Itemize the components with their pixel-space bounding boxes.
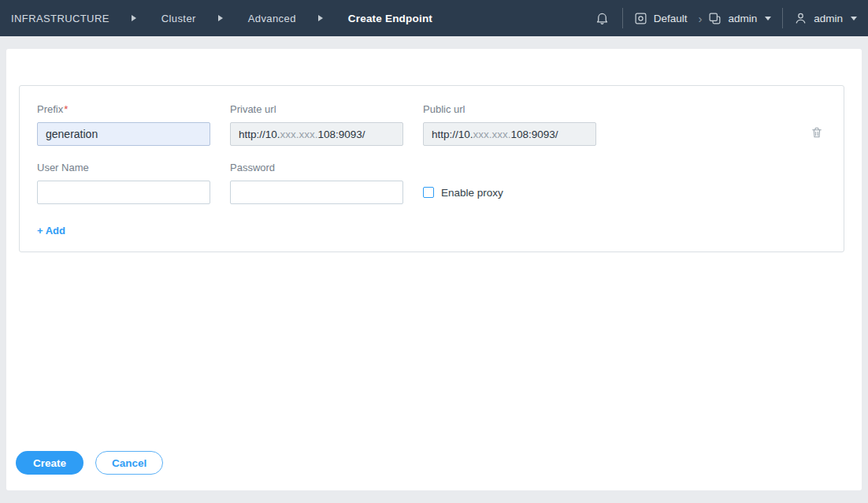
scope-icon: [634, 12, 647, 25]
prefix-input[interactable]: [37, 122, 210, 146]
prefix-label: Prefix*: [37, 103, 210, 115]
private-url-text: http://10.: [239, 129, 280, 140]
public-url-text: http://10.: [432, 129, 473, 140]
breadcrumb-arrow-icon: [132, 15, 136, 21]
enable-proxy-label: Enable proxy: [441, 187, 503, 199]
form-row-credentials: User Name Password Enable proxy: [37, 162, 826, 204]
user-name-label: User Name: [37, 162, 210, 173]
public-url-text: 108:9093/: [511, 129, 558, 140]
top-nav-bar: INFRASTRUCTURE Cluster Advanced Create E…: [0, 0, 868, 36]
breadcrumb-arrow-icon: [218, 15, 223, 21]
public-url-field-group: Public url http://10.xxx.xxx.108:9093/: [423, 103, 596, 146]
form-row-urls: Prefix* Private url http://10.xxx.xxx.10…: [37, 103, 826, 146]
header-divider: [622, 8, 623, 28]
user-name-field-group: User Name: [37, 162, 210, 204]
chevron-down-icon: [851, 17, 857, 20]
user-menu[interactable]: admin: [794, 11, 857, 25]
private-url-text: 108:9093/: [318, 129, 365, 140]
breadcrumb-advanced[interactable]: Advanced: [248, 13, 296, 24]
prefix-field-group: Prefix*: [37, 103, 210, 146]
scope-chevron-icon: ›: [698, 12, 702, 25]
user-label: admin: [814, 13, 843, 24]
header-divider: [782, 8, 783, 28]
scope-label: Default: [654, 13, 688, 24]
breadcrumb-create-endpoint: Create Endpoint: [348, 13, 432, 24]
public-url-label: Public url: [423, 103, 596, 115]
breadcrumb-cluster[interactable]: Cluster: [161, 13, 196, 24]
enable-proxy-checkbox[interactable]: [423, 187, 434, 198]
tenant-label: admin: [728, 13, 757, 24]
form-actions: Create Cancel: [16, 451, 163, 475]
public-url-input[interactable]: http://10.xxx.xxx.108:9093/: [423, 122, 596, 146]
content-panel: Prefix* Private url http://10.xxx.xxx.10…: [6, 49, 862, 490]
cancel-button[interactable]: Cancel: [95, 451, 163, 475]
notification-bell-icon[interactable]: [595, 10, 610, 26]
tenant-selector[interactable]: admin: [708, 12, 771, 25]
private-url-field-group: Private url http://10.xxx.xxx.108:9093/: [230, 103, 403, 146]
user-name-input[interactable]: [37, 181, 210, 204]
breadcrumb-arrow-icon: [318, 15, 323, 21]
breadcrumb-infrastructure[interactable]: INFRASTRUCTURE: [11, 13, 109, 24]
enable-proxy-group: Enable proxy: [423, 181, 503, 204]
private-url-label: Private url: [230, 103, 403, 115]
password-field-group: Password: [230, 162, 403, 204]
required-asterisk: *: [64, 103, 68, 115]
endpoint-form-card: Prefix* Private url http://10.xxx.xxx.10…: [19, 85, 844, 252]
private-url-masked-text: xxx.xxx.: [280, 129, 318, 140]
public-url-masked-text: xxx.xxx.: [473, 129, 511, 140]
add-endpoint-link[interactable]: + Add: [37, 225, 65, 237]
delete-endpoint-button[interactable]: [811, 125, 823, 140]
password-input[interactable]: [230, 181, 403, 204]
chevron-down-icon: [765, 17, 771, 20]
create-button[interactable]: Create: [16, 451, 83, 475]
breadcrumb: INFRASTRUCTURE Cluster Advanced Create E…: [11, 13, 432, 24]
tenant-icon: [708, 12, 721, 25]
scope-selector[interactable]: Default: [634, 12, 692, 25]
user-icon: [794, 11, 807, 25]
private-url-input[interactable]: http://10.xxx.xxx.108:9093/: [230, 122, 403, 146]
password-label: Password: [230, 162, 403, 173]
